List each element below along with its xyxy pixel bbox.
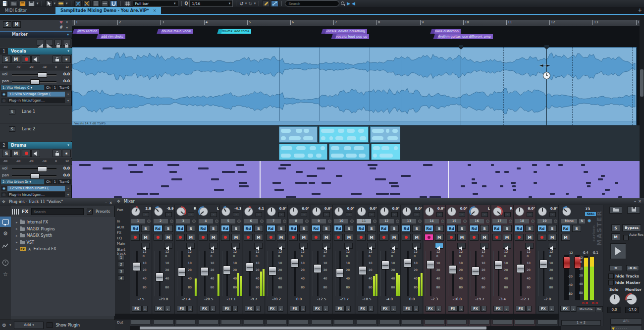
read-automation-button[interactable]: Rd (199, 225, 208, 232)
pan-options-button[interactable]: ◦ (188, 212, 194, 217)
channel-out-button[interactable] (199, 320, 218, 325)
quantize-select[interactable]: 1/16▾ (189, 0, 233, 7)
read-automation-button[interactable]: Rd (402, 225, 411, 232)
hide-tracks-checkbox[interactable] (608, 274, 614, 279)
mute-button[interactable]: M (141, 234, 150, 241)
monitor-speaker-button[interactable] (525, 243, 534, 249)
monitor-speaker-button[interactable] (164, 243, 172, 249)
add-plugin-button[interactable]: Add ▾ (14, 322, 44, 329)
channel-number[interactable]: 9 (312, 219, 326, 223)
expand-icon[interactable]: ▸ (16, 234, 18, 238)
channel-out-button[interactable] (131, 320, 151, 325)
master-fader-left[interactable] (563, 257, 570, 269)
monitor-speaker-button[interactable] (390, 243, 398, 249)
channel-number[interactable]: 11 (357, 219, 371, 223)
solo-button[interactable]: S (548, 225, 557, 232)
channel-fx-button[interactable]: FX (380, 306, 390, 312)
marker-lane[interactable]: intro section add rim shots double main … (72, 26, 640, 47)
mute-button[interactable]: M (11, 150, 20, 157)
record-button[interactable] (22, 55, 31, 63)
channel-fx-dropdown[interactable]: ▾ (232, 306, 238, 312)
object-mode-icon[interactable] (271, 0, 278, 7)
solo-button[interactable]: S (231, 225, 240, 232)
solo-button[interactable]: S (164, 225, 173, 232)
master-fx-button[interactable]: FX (560, 306, 570, 312)
channel-state-button[interactable] (147, 220, 151, 223)
pan-options-button[interactable]: ◦ (301, 212, 307, 217)
channel-out-button[interactable] (425, 320, 444, 325)
lock-icon[interactable] (53, 150, 61, 157)
mute-button[interactable]: M (277, 234, 286, 241)
record-button[interactable] (199, 234, 208, 241)
mix-to-file-button[interactable]: MixtoFile (577, 306, 595, 312)
mute-button[interactable]: M (480, 234, 489, 241)
pan-knob[interactable] (288, 206, 299, 219)
search-input[interactable] (285, 0, 339, 6)
pan-knob[interactable] (379, 206, 390, 219)
channel-fader[interactable]: 12010204080 (356, 250, 378, 297)
channel-fader[interactable]: 12010204080 (333, 250, 355, 297)
save-project-icon[interactable] (19, 0, 26, 7)
read-automation-button[interactable]: Rd (561, 225, 570, 232)
mix-to-file-on-button[interactable]: On (595, 306, 603, 312)
pan-knob[interactable] (356, 206, 367, 219)
snap-mode-select[interactable]: Full bar▾ (133, 0, 178, 7)
channel-button[interactable]: Ch (45, 85, 52, 90)
heart-icon[interactable]: ♥ (59, 20, 63, 25)
channel-number[interactable]: 15 (447, 219, 461, 223)
tree-item[interactable]: ▸Internal FX (11, 219, 115, 225)
channel-state-button[interactable] (215, 220, 218, 223)
tab-midi-editor[interactable]: MIDI Editor (0, 7, 64, 14)
pan-options-button[interactable]: ◦ (391, 212, 398, 217)
sidebar-manufacturer-icon[interactable] (0, 240, 11, 251)
monitor-speaker-button[interactable] (231, 243, 240, 249)
channel-fx-dropdown[interactable]: ▾ (345, 306, 351, 312)
record-button[interactable] (425, 234, 433, 241)
record-button[interactable] (402, 234, 411, 241)
draw-tool-icon[interactable] (57, 0, 64, 7)
channel-fx-button[interactable]: FX (448, 306, 458, 312)
channel-state-button[interactable] (237, 220, 241, 223)
pan-options-button[interactable]: ◦ (549, 212, 556, 217)
plugin-slot[interactable]: +2:Vita Urban Drums ( (7, 186, 65, 191)
lane-solo-button[interactable]: S (9, 109, 15, 114)
playback-cursor[interactable] (546, 46, 547, 125)
channel-fader[interactable]: 12010204080 (130, 250, 152, 297)
solo-button[interactable]: S (503, 225, 512, 232)
redo-icon[interactable]: ↻ (248, 1, 252, 6)
channel-fx-dropdown[interactable]: ▾ (391, 306, 396, 312)
clip-right[interactable]: 0.0 (592, 301, 598, 305)
pan-options-button[interactable]: ◦ (165, 212, 172, 217)
marker[interactable]: intro section (73, 29, 99, 34)
save-setup-icon[interactable] (627, 207, 640, 214)
record-button[interactable] (379, 234, 388, 241)
volume-slider[interactable] (12, 168, 56, 170)
minimize-icon[interactable]: – (634, 198, 636, 205)
channel-out-button[interactable] (176, 320, 196, 325)
gear-dropdown[interactable]: ▾ (9, 323, 11, 327)
clip-left[interactable]: 0.0 (582, 301, 588, 305)
pan-knob[interactable] (333, 206, 344, 219)
read-automation-button[interactable]: Rd (312, 225, 321, 232)
channel-button[interactable]: Ch (45, 179, 52, 184)
channel-fx-button[interactable]: FX (177, 306, 187, 312)
channel-fx-button[interactable]: FX (471, 306, 481, 312)
minimize-icon[interactable]: – (105, 199, 107, 207)
channel-number[interactable]: 16 (470, 219, 484, 223)
channel-out-button[interactable] (447, 320, 467, 325)
channel-fx-button[interactable]: FX (290, 306, 300, 312)
channel-fx-dropdown[interactable]: ▾ (300, 306, 306, 312)
master-fx-dropdown[interactable]: ▾ (571, 306, 576, 312)
read-automation-button[interactable]: Rd (492, 225, 501, 232)
monitor-speaker-button[interactable] (141, 243, 150, 249)
marker[interactable]: add rim shots (97, 34, 125, 39)
plugin-slot-dropdown[interactable]: ▾ (65, 186, 71, 191)
mute-button[interactable]: M (186, 234, 195, 241)
pan-options-button[interactable]: ◦ (323, 212, 330, 217)
cursor-tool-icon[interactable] (45, 0, 53, 7)
tab-active-project[interactable]: Samplitude Mixing Demo - You Are.VIP* × (55, 7, 161, 14)
read-automation-button[interactable]: Rd (447, 225, 456, 232)
mute-button[interactable]: M (457, 234, 466, 241)
channel-fx-button[interactable]: FX (516, 306, 526, 312)
master-out-button[interactable]: 1 + 2 (561, 320, 601, 326)
